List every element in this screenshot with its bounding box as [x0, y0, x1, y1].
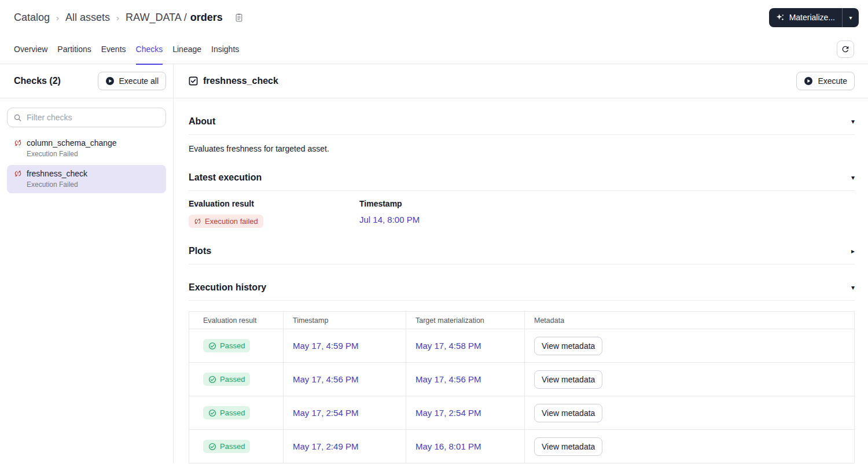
play-circle-icon [105, 76, 115, 86]
breadcrumb-all-assets[interactable]: All assets [65, 12, 110, 24]
check-detail-content: About ▾ Evaluates freshness for targeted… [174, 98, 868, 463]
materialize-label: Materialize... [789, 13, 835, 22]
refresh-button[interactable] [837, 40, 854, 58]
badge-label: Passed [220, 408, 245, 417]
evaluation-result-field: Evaluation result Execution failed [189, 199, 359, 228]
tab-partitions[interactable]: Partitions [57, 35, 91, 64]
view-metadata-button[interactable]: View metadata [534, 337, 602, 355]
section-title: About [189, 116, 215, 127]
about-section-header: About ▾ [189, 116, 855, 127]
caret-down-icon[interactable]: ▾ [851, 174, 855, 181]
view-metadata-button[interactable]: View metadata [534, 437, 602, 456]
table-header-row: Evaluation result Timestamp Target mater… [189, 312, 855, 329]
sync-problem-icon [14, 139, 22, 147]
view-metadata-button[interactable]: View metadata [534, 404, 602, 422]
section-divider [189, 300, 855, 301]
field-label: Timestamp [359, 199, 530, 208]
passed-badge: Passed [203, 339, 250, 352]
passed-badge: Passed [203, 373, 250, 386]
top-bar: Catalog › All assets › RAW_DATA /orders [0, 0, 868, 35]
check-detail-header: freshness_check Execute [174, 64, 868, 98]
sidebar-header: Checks (2) Execute all [0, 64, 173, 98]
check-list: column_schema_change Execution Failed fr… [0, 134, 173, 193]
check-status: Execution Failed [27, 150, 160, 158]
badge-label: Passed [220, 442, 245, 451]
sync-problem-icon [14, 170, 22, 178]
breadcrumb-catalog[interactable]: Catalog [14, 12, 50, 24]
column-header-result: Evaluation result [189, 312, 284, 329]
page-body: Checks (2) Execute all [0, 64, 868, 463]
section-title: Plots [189, 245, 211, 257]
section-divider [189, 134, 855, 135]
check-item-freshness-check[interactable]: freshness_check Execution Failed [7, 165, 166, 193]
column-header-metadata: Metadata [525, 312, 855, 329]
check-circle-icon [208, 342, 216, 350]
tab-overview[interactable]: Overview [14, 35, 47, 64]
execution-history-section-header: Execution history ▾ [189, 282, 855, 293]
tab-insights[interactable]: Insights [211, 35, 239, 64]
play-circle-icon [804, 76, 813, 86]
check-detail-panel: freshness_check Execute About ▾ Evaluate… [174, 64, 868, 463]
check-circle-icon [208, 375, 216, 384]
timestamp-field: Timestamp Jul 14, 8:00 PM [359, 199, 530, 228]
check-square-icon [189, 76, 198, 86]
timestamp-link[interactable]: May 17, 2:49 PM [293, 441, 358, 451]
check-circle-icon [208, 409, 216, 417]
check-circle-icon [208, 443, 216, 451]
section-divider [189, 264, 855, 264]
caret-down-icon: ▾ [849, 14, 852, 21]
target-materialization-link[interactable]: May 16, 8:01 PM [415, 441, 481, 451]
clipboard-copy-icon[interactable] [234, 13, 244, 23]
chevron-right-icon: › [56, 13, 59, 23]
execute-label: Execute [818, 76, 847, 86]
view-metadata-button[interactable]: View metadata [534, 370, 602, 389]
search-icon [13, 113, 22, 122]
table-row: Passed May 17, 2:54 PM May 17, 2:54 PM V… [189, 396, 855, 430]
asset-name: orders [190, 12, 223, 23]
materialize-split-button: Materialize... ▾ [769, 8, 859, 27]
page-title: freshness_check [203, 76, 278, 86]
table-row-partial [189, 463, 855, 464]
execute-all-button[interactable]: Execute all [98, 72, 166, 90]
target-materialization-link[interactable]: May 17, 2:54 PM [415, 408, 481, 418]
table-row: Passed May 17, 4:59 PM May 17, 4:58 PM V… [189, 329, 855, 363]
table-row: Passed May 17, 2:49 PM May 16, 8:01 PM V… [189, 430, 855, 463]
asset-path: RAW_DATA / [126, 12, 187, 23]
section-title: Execution history [189, 282, 266, 293]
tab-bar: Overview Partitions Events Checks Lineag… [0, 35, 868, 64]
check-status: Execution Failed [27, 181, 160, 189]
breadcrumb: Catalog › All assets › RAW_DATA /orders [14, 12, 244, 24]
section-divider [189, 190, 855, 191]
caret-right-icon[interactable]: ▸ [851, 248, 855, 255]
passed-badge: Passed [203, 406, 250, 419]
materialize-button[interactable]: Materialize... [769, 8, 842, 27]
badge-label: Execution failed [205, 217, 258, 226]
timestamp-link[interactable]: May 17, 2:54 PM [293, 408, 358, 418]
badge-label: Passed [220, 375, 245, 384]
field-label: Evaluation result [189, 199, 359, 208]
plots-section-header: Plots ▸ [189, 245, 855, 257]
column-header-target: Target materialization [406, 312, 525, 329]
target-materialization-link[interactable]: May 17, 4:58 PM [415, 341, 481, 351]
check-name: column_schema_change [27, 138, 117, 148]
passed-badge: Passed [203, 440, 250, 453]
timestamp-link[interactable]: May 17, 4:56 PM [293, 374, 358, 384]
tab-events[interactable]: Events [101, 35, 126, 64]
caret-down-icon[interactable]: ▾ [851, 118, 855, 125]
tab-lineage[interactable]: Lineage [172, 35, 201, 64]
materialize-dropdown-button[interactable]: ▾ [843, 8, 859, 27]
filter-checks-input[interactable] [27, 113, 160, 122]
sparkle-icon [776, 13, 785, 22]
execution-history-table: Evaluation result Timestamp Target mater… [189, 311, 855, 463]
check-item-column-schema-change[interactable]: column_schema_change Execution Failed [7, 134, 166, 163]
latest-timestamp-link[interactable]: Jul 14, 8:00 PM [359, 215, 420, 224]
target-materialization-link[interactable]: May 17, 4:56 PM [415, 374, 481, 384]
badge-label: Passed [220, 341, 245, 350]
execute-button[interactable]: Execute [796, 72, 855, 90]
refresh-icon [841, 45, 850, 54]
timestamp-link[interactable]: May 17, 4:59 PM [293, 341, 358, 351]
caret-down-icon[interactable]: ▾ [851, 284, 855, 291]
checks-sidebar: Checks (2) Execute all [0, 64, 174, 463]
tab-checks[interactable]: Checks [136, 35, 163, 64]
breadcrumb-asset: RAW_DATA /orders [126, 12, 223, 24]
